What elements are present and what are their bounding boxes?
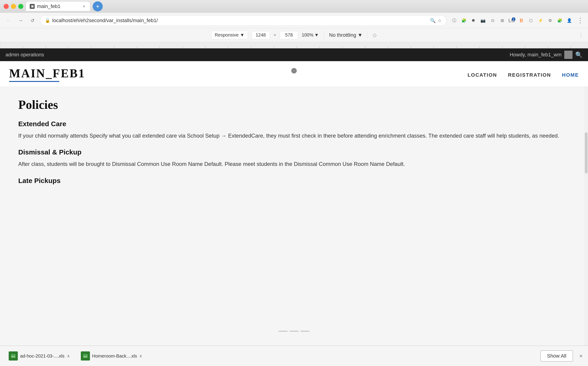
drag-line	[290, 331, 298, 332]
extensions-puzzle-icon[interactable]: 🧩	[556, 16, 564, 25]
devtools-more-button[interactable]: ⋮	[579, 32, 583, 38]
extension-badge-icon[interactable]: LO 1	[508, 16, 516, 25]
section-extended-care-title: Extended Care	[18, 120, 570, 128]
section-extended-care-text: If your child normally attends Specify w…	[18, 131, 570, 140]
chevron-down-icon: ▼	[240, 32, 244, 38]
download-name-2: Homeroom-Back....xls	[92, 353, 137, 359]
extension-b-icon[interactable]: B	[517, 16, 526, 25]
admin-search-icon[interactable]: 🔍	[575, 51, 582, 58]
separator2	[367, 32, 368, 38]
nav-location[interactable]: LOCATION	[467, 72, 497, 78]
tab-close-button[interactable]: ×	[82, 4, 86, 9]
address-bar: ← → ↺ 🔒 localhost/eh/eh2second/var_insta…	[0, 13, 588, 28]
show-all-button[interactable]: Show All	[541, 351, 573, 361]
extension-share-icon[interactable]: ⬡	[527, 16, 535, 25]
download-file-icon-2: XLS	[81, 351, 90, 360]
back-button[interactable]: ←	[5, 16, 13, 25]
svg-rect-0	[0, 42, 588, 48]
nav-home[interactable]: HOME	[562, 72, 579, 78]
title-bar: 🔲 main_feb1 × +	[0, 0, 588, 13]
svg-text:XLS: XLS	[11, 356, 15, 358]
main-content: Policies Extended Care If your child nor…	[0, 87, 588, 345]
section-dismissal-text: After class, students will be brought to…	[18, 160, 570, 168]
extension-grid-icon[interactable]: ⊞	[498, 16, 506, 25]
new-tab-button[interactable]: +	[93, 1, 103, 11]
screenshot-button[interactable]: ◇	[373, 32, 377, 38]
website-content: admin operations Howdy, main_feb1_wm 🔍 M…	[0, 48, 588, 345]
url-icons: 🔍 ☆	[430, 18, 442, 23]
refresh-button[interactable]: ↺	[28, 16, 37, 25]
drag-handle[interactable]	[278, 331, 310, 332]
zoom-dropdown[interactable]: 100% ▼	[302, 32, 319, 38]
admin-bar-right: Howdy, main_feb1_wm 🔍	[510, 51, 582, 59]
devtools-bar: Responsive ▼ × 100% ▼ No throttling ▼ ◇ …	[0, 28, 588, 42]
page-title: Policies	[18, 98, 570, 112]
drag-line	[278, 331, 288, 332]
download-item-2[interactable]: XLS Homeroom-Back....xls ∧	[78, 350, 146, 362]
ruler	[0, 42, 588, 48]
chevron-down-icon: ▼	[358, 32, 362, 38]
tab-title: main_feb1	[37, 3, 61, 9]
drag-line	[300, 331, 310, 332]
site-logo[interactable]: MAIN_FEB1	[9, 67, 85, 80]
user-greeting: Howdy, main_feb1_wm	[510, 52, 562, 58]
minimize-window-button[interactable]	[11, 4, 16, 9]
extension-camera-icon[interactable]: 📷	[479, 16, 487, 25]
active-tab[interactable]: 🔲 main_feb1 ×	[26, 2, 90, 11]
section-late-pickups-title: Late Pickups	[18, 177, 570, 185]
loading-indicator	[291, 68, 297, 74]
tab-bar: 🔲 main_feb1 × +	[26, 1, 584, 11]
extension-circle-icon[interactable]: ⊙	[489, 16, 497, 25]
url-text: localhost/eh/eh2second/var_installs/main…	[52, 18, 428, 23]
section-dismissal-title: Dismissal & Pickup	[18, 148, 570, 156]
devtools-controls: Responsive ▼ × 100% ▼ No throttling ▼ ◇	[211, 31, 377, 39]
dimension-separator: ×	[274, 32, 276, 38]
browser-toolbar-icons: ⓘ 🧩 ⏺ 📷 ⊙ ⊞ LO 1 B ⬡ ⚡ ⚙ 🧩 👤	[450, 16, 573, 25]
download-chevron-2[interactable]: ∧	[139, 353, 142, 358]
chevron-down-icon: ▼	[314, 32, 319, 38]
traffic-lights	[4, 4, 23, 9]
scrollbar[interactable]	[584, 87, 588, 345]
site-header: MAIN_FEB1 LOCATION REGISTRATION HOME	[0, 61, 588, 87]
viewport-width-input[interactable]	[252, 31, 270, 39]
admin-avatar	[564, 51, 573, 59]
extension-record-icon[interactable]: ⏺	[469, 16, 478, 25]
separator	[324, 32, 324, 38]
extension-lightning-icon[interactable]: ⚡	[536, 16, 545, 25]
site-nav: LOCATION REGISTRATION HOME	[467, 67, 579, 82]
browser-menu-button[interactable]: ⋮	[577, 17, 583, 24]
download-chevron-1[interactable]: ∧	[67, 353, 70, 358]
download-name-1: ad-hoc-2021-03-....xls	[20, 353, 65, 359]
extension-settings-icon[interactable]: ⚙	[546, 16, 554, 25]
search-icon[interactable]: 🔍	[430, 18, 436, 23]
forward-button[interactable]: →	[16, 16, 25, 25]
downloads-bar: XLS ad-hoc-2021-03-....xls ∧ XLS Homeroo…	[0, 345, 588, 366]
download-file-icon-1: XLS	[9, 351, 18, 360]
ruler-marks	[0, 42, 588, 48]
lock-icon: 🔒	[45, 18, 50, 23]
fullscreen-window-button[interactable]	[18, 4, 23, 9]
nav-registration[interactable]: REGISTRATION	[508, 72, 551, 78]
admin-operations-label: admin operations	[6, 52, 44, 58]
user-avatar-icon[interactable]: 👤	[565, 16, 573, 25]
extensions-icon[interactable]: ⓘ	[450, 16, 458, 25]
close-window-button[interactable]	[4, 4, 9, 9]
admin-bar: admin operations Howdy, main_feb1_wm 🔍	[0, 48, 588, 61]
site-logo-area: MAIN_FEB1	[9, 67, 85, 86]
download-item-1[interactable]: XLS ad-hoc-2021-03-....xls ∧	[6, 350, 73, 362]
viewport-height-input[interactable]	[280, 31, 298, 39]
scrollbar-thumb[interactable]	[585, 132, 588, 173]
throttle-dropdown[interactable]: No throttling ▼	[329, 32, 362, 38]
svg-text:XLS: XLS	[84, 356, 87, 358]
extension-puzzle-icon[interactable]: 🧩	[460, 16, 468, 25]
close-downloads-button[interactable]: ×	[579, 353, 582, 359]
bookmark-icon[interactable]: ☆	[438, 18, 442, 23]
url-bar[interactable]: 🔒 localhost/eh/eh2second/var_installs/ma…	[40, 15, 446, 26]
responsive-dropdown[interactable]: Responsive ▼	[211, 31, 248, 39]
tab-favicon: 🔲	[30, 4, 35, 9]
